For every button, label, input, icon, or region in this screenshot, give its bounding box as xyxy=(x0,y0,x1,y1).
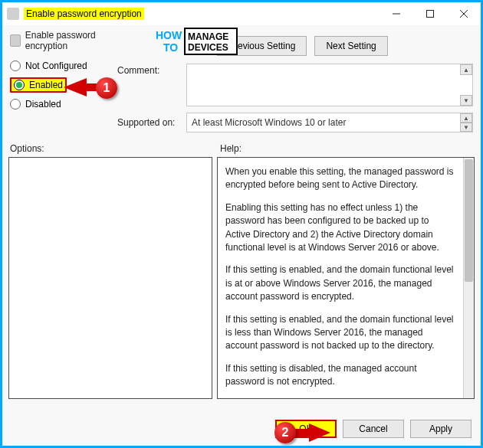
radio-not-configured[interactable]: Not Configured xyxy=(10,60,110,71)
radio-label: Not Configured xyxy=(25,60,87,71)
help-paragraph: If this setting is disabled, the managed… xyxy=(225,362,455,389)
supported-on-box: At least Microsoft Windows 10 or later ▲… xyxy=(186,113,473,132)
minimize-button[interactable] xyxy=(380,2,413,25)
help-paragraph: This setting will default to enabled if … xyxy=(225,397,455,398)
help-label: Help: xyxy=(220,143,242,154)
radio-label: Disabled xyxy=(25,99,61,110)
next-setting-button[interactable]: Next Setting xyxy=(314,36,387,56)
supported-on-label: Supported on: xyxy=(117,117,186,128)
radio-disabled[interactable]: Disabled xyxy=(10,99,110,110)
previous-setting-button[interactable]: Previous Setting xyxy=(217,36,307,56)
radio-icon xyxy=(10,99,21,110)
policy-icon xyxy=(7,8,19,20)
help-panel: When you enable this setting, the manage… xyxy=(217,157,475,399)
scroll-up-icon[interactable]: ▲ xyxy=(460,64,472,75)
radio-enabled[interactable]: Enabled xyxy=(10,77,110,93)
state-radio-group: Not Configured Enabled Disabled xyxy=(10,60,110,110)
cancel-button[interactable]: Cancel xyxy=(343,420,404,438)
scroll-up-icon[interactable]: ▲ xyxy=(460,113,472,123)
radio-label: Enabled xyxy=(29,80,63,90)
help-paragraph: When you enable this setting, the manage… xyxy=(225,165,455,192)
window-title: Enable password encryption xyxy=(24,8,144,20)
scroll-down-icon[interactable]: ▼ xyxy=(460,123,472,132)
maximize-button[interactable] xyxy=(413,2,447,25)
comment-textarea[interactable]: ▲ ▼ xyxy=(186,64,473,106)
svg-rect-1 xyxy=(427,11,434,18)
radio-icon xyxy=(10,60,21,71)
help-text[interactable]: When you enable this setting, the manage… xyxy=(218,158,463,398)
options-label: Options: xyxy=(10,143,214,154)
scrollbar-thumb[interactable] xyxy=(465,159,473,282)
scroll-down-icon[interactable]: ▼ xyxy=(460,95,472,106)
policy-header-icon xyxy=(10,34,21,47)
radio-icon xyxy=(14,80,25,90)
title-bar: Enable password encryption xyxy=(2,2,481,25)
ok-button[interactable]: OK xyxy=(275,420,337,438)
supported-on-text: At least Microsoft Windows 10 or later xyxy=(192,117,346,128)
help-paragraph: If this setting is enabled, and the doma… xyxy=(225,263,455,303)
comment-label: Comment: xyxy=(117,64,186,106)
apply-button[interactable]: Apply xyxy=(410,420,472,438)
close-button[interactable] xyxy=(447,2,481,25)
policy-header-label: Enable password encryption xyxy=(25,30,110,51)
help-paragraph: Enabling this setting has no effect unle… xyxy=(225,201,455,255)
options-panel xyxy=(8,157,212,399)
help-paragraph: If this setting is enabled, and the doma… xyxy=(225,313,455,353)
help-scrollbar[interactable] xyxy=(463,158,474,398)
